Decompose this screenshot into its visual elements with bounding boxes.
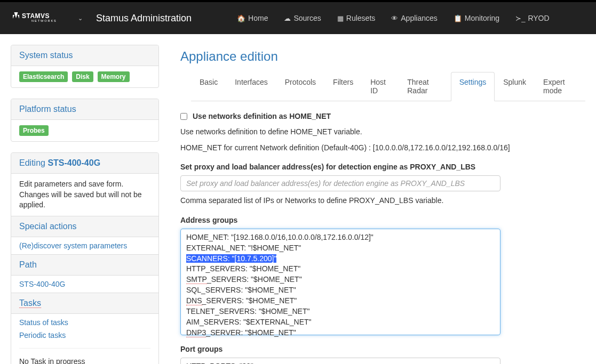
cloud-icon: ☁ [284,14,291,22]
svg-text:STAMVS: STAMVS [22,12,50,20]
tab-settings[interactable]: Settings [451,72,495,101]
home-net-help1: Use networks definition to define HOME_N… [180,127,585,137]
nav-rulesets[interactable]: ▦Rulesets [329,9,383,28]
nav-ryod[interactable]: ≻_RYOD [507,9,557,28]
tab-basic[interactable]: Basic [191,72,226,101]
tasks-footer: No Task in progress [11,353,158,364]
home-net-check-row: Use networks definition as HOME_NET [180,112,585,120]
svg-text:NETWORKS: NETWORKS [31,19,57,22]
brand-title: Stamus Administration [96,13,192,24]
panel-heading-system-status: System status [11,45,158,66]
page-title: Appliance edition [180,49,585,64]
grid-icon: ▦ [337,14,344,22]
tab-expert-mode[interactable]: Expert mode [535,72,585,101]
clipboard-icon: 📋 [454,14,462,22]
chevron-down-icon: ⌄ [78,15,83,22]
section-special-actions: Special actions [11,216,158,237]
nav-sources[interactable]: ☁Sources [276,9,329,28]
proxy-input[interactable] [180,175,500,191]
badge-elasticsearch[interactable]: Elasticsearch [19,71,68,82]
top-nav: 🏠Home ☁Sources ▦Rulesets 👁Appliances 📋Mo… [229,9,558,28]
tab-interfaces[interactable]: Interfaces [226,72,276,101]
home-icon: 🏠 [237,14,245,22]
badge-memory[interactable]: Memory [98,71,130,82]
badge-disk[interactable]: Disk [72,71,93,82]
port-groups-label: Port groups [180,345,585,353]
tabs: Basic Interfaces Protocols Filters Host … [191,72,585,101]
editing-description: Edit parameters and save form. Changes w… [19,179,150,211]
logo[interactable]: STAMVS NETWORKS ⌄ [11,10,83,27]
home-net-help2: HOME_NET for current Network definition … [180,143,585,153]
nav-appliances[interactable]: 👁Appliances [383,9,446,28]
section-tasks: Tasks [11,293,158,314]
sidebar: System status Elasticsearch Disk Memory … [11,45,159,364]
tab-protocols[interactable]: Protocols [276,72,324,101]
panel-system-status: System status Elasticsearch Disk Memory [11,45,159,88]
panel-heading-editing: Editing STS-400-40G [11,153,158,174]
path-link[interactable]: STS-400-40G [19,280,65,288]
badge-probes[interactable]: Probes [19,125,49,136]
proxy-help: Comma separated list of IPs or Networks … [180,196,585,206]
address-groups-label: Address groups [180,216,585,224]
tab-threat-radar[interactable]: Threat Radar [399,72,450,101]
navbar: STAMVS NETWORKS ⌄ Stamus Administration … [0,2,596,34]
section-path: Path [11,254,158,276]
tab-host-id[interactable]: Host ID [362,72,399,101]
tab-filters[interactable]: Filters [324,72,362,101]
tab-splunk[interactable]: Splunk [495,72,535,101]
eye-icon: 👁 [391,14,398,22]
link-rediscover[interactable]: (Re)discover system parameters [11,237,158,254]
brand: STAMVS NETWORKS ⌄ Stamus Administration [11,10,192,27]
nav-home[interactable]: 🏠Home [229,9,276,28]
terminal-icon: ≻_ [515,14,525,22]
home-net-checkbox[interactable] [180,113,187,120]
home-net-checkbox-label: Use networks definition as HOME_NET [193,112,331,120]
stamus-logo-icon: STAMVS NETWORKS [11,10,75,27]
link-periodic-tasks[interactable]: Periodic tasks [11,331,158,344]
panel-editing: Editing STS-400-40G Edit parameters and … [11,152,159,364]
proxy-label: Set proxy and load balancer address(es) … [180,163,585,171]
main-content: Appliance edition Basic Interfaces Proto… [180,45,585,364]
panel-platform-status: Platform status Probes [11,99,159,142]
address-groups-textarea[interactable]: HOME_NET: "[192.168.0.0/16,10.0.0.0/8,17… [180,229,500,335]
link-status-tasks[interactable]: Status of tasks [11,314,158,331]
port-groups-textarea[interactable]: HTTP_PORTS: "80"SHELLCODE_PORTS: "!80" [180,358,500,364]
nav-monitoring[interactable]: 📋Monitoring [446,9,507,28]
panel-heading-platform-status: Platform status [11,99,158,120]
